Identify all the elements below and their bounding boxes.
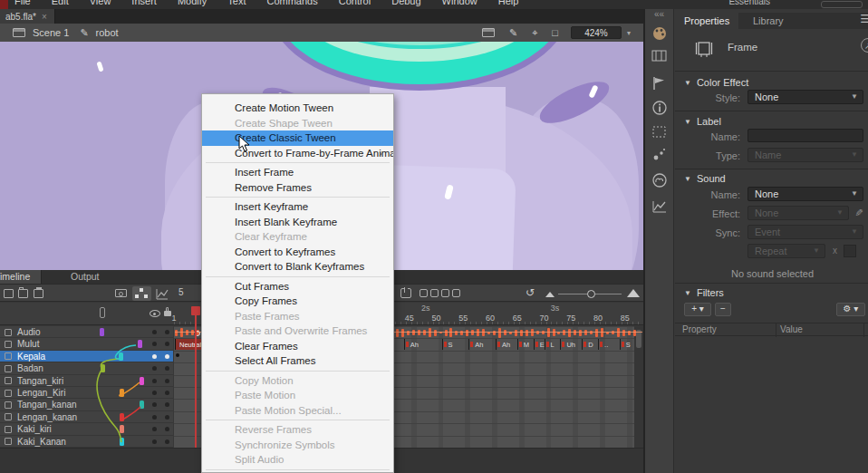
style-dropdown[interactable]: None▼ (747, 90, 863, 104)
menu-item-copy-frames[interactable]: Copy Frames (202, 294, 393, 309)
camera-icon[interactable] (115, 289, 127, 297)
menu-view[interactable]: View (90, 0, 111, 7)
keyframe-cell[interactable]: Uh (560, 339, 582, 350)
info-panel-icon[interactable] (651, 100, 668, 116)
menu-item-create-classic-tween[interactable]: Create Classic Tween (202, 130, 393, 146)
stage-zoom-input[interactable]: 424% (571, 26, 622, 39)
layer-parenting-wires (0, 326, 173, 448)
properties-palette-icon[interactable] (651, 25, 668, 42)
document-tab[interactable]: ab5.fla* × (0, 9, 55, 24)
edit-multiple-frames-icon[interactable] (441, 289, 449, 297)
graph-editor-icon[interactable] (156, 288, 169, 300)
clip-content-icon[interactable]: □ (552, 27, 558, 38)
menu-item-insert-blank-keyframe[interactable]: Insert Blank Keyframe (202, 215, 393, 230)
layer-parenting-toggle[interactable] (132, 286, 151, 301)
delete-layer-icon[interactable] (34, 289, 43, 298)
keyframe-cell[interactable]: Ah (496, 339, 517, 350)
filter-options-button[interactable]: ⚙ ▾ (836, 303, 865, 316)
search-input[interactable] (821, 1, 863, 8)
section-sound[interactable]: ▼Sound (684, 173, 726, 184)
modify-markers-icon[interactable] (452, 289, 460, 297)
collapse-panels-icon[interactable]: «« (654, 9, 664, 19)
menu-commands[interactable]: Commands (266, 0, 317, 7)
visibility-column-icon[interactable] (149, 310, 160, 317)
menu-item-remove-frames[interactable]: Remove Frames (202, 180, 393, 196)
flag-panel-icon[interactable] (651, 76, 668, 91)
waveform-bar (633, 330, 636, 336)
menu-item-select-all-frames[interactable]: Select All Frames (202, 353, 393, 369)
menu-item-convert-to-blank-keyframes[interactable]: Convert to Blank Keyframes (202, 259, 393, 275)
remove-filter-button[interactable]: − (715, 303, 731, 316)
scene-clapper-icon[interactable] (13, 28, 25, 37)
section-filters[interactable]: ▼Filters (684, 287, 724, 298)
sound-name-label: Name: (686, 189, 740, 200)
tab-library[interactable]: Library (744, 13, 793, 29)
keyframe-label: M (524, 341, 529, 349)
edit-scene-icon[interactable] (482, 28, 495, 37)
chevron-down-icon[interactable]: ▾ (627, 29, 631, 37)
symbol-breadcrumb[interactable]: robot (96, 27, 119, 38)
menu-text[interactable]: Text (227, 0, 246, 7)
new-folder-icon[interactable] (18, 289, 28, 298)
workspace-switcher[interactable]: Essentials (728, 0, 770, 7)
graph-panel-icon[interactable] (651, 199, 668, 214)
waveform-bar (531, 329, 534, 336)
menu-control[interactable]: Control (339, 0, 371, 7)
section-label[interactable]: ▼Label (684, 116, 721, 127)
triangle-down-icon: ▼ (684, 175, 691, 183)
new-layer-icon[interactable] (4, 289, 14, 298)
waveform-bar (584, 330, 587, 335)
menu-item-insert-frame[interactable]: Insert Frame (202, 165, 393, 180)
close-icon[interactable]: × (42, 12, 47, 22)
menu-file[interactable]: File (14, 0, 31, 7)
frame-context-menu: Create Motion TweenCreate Shape TweenCre… (201, 93, 394, 473)
panel-menu-icon[interactable]: ☰ (860, 13, 868, 25)
center-frame-icon[interactable]: ⌖ (532, 27, 537, 39)
keyframe-cell[interactable]: Ah (404, 339, 426, 350)
menu-item-create-motion-tween[interactable]: Create Motion Tween (202, 101, 393, 116)
playhead-handle[interactable] (191, 306, 200, 315)
menu-item-convert-to-frame-by-frame-animation[interactable]: Convert to Frame-by-Frame Animation› (202, 146, 393, 161)
onion-skin-outline-icon[interactable] (430, 289, 439, 297)
menu-item-clear-frames[interactable]: Clear Frames (202, 339, 393, 354)
sound-name-dropdown[interactable]: None▼ (747, 187, 863, 201)
keyframe-cell[interactable]: .. (598, 339, 620, 350)
kepala-keyframe-dot[interactable] (176, 353, 179, 357)
creative-cloud-icon[interactable] (651, 172, 668, 188)
waveform-bar (601, 328, 603, 337)
scene-breadcrumb[interactable]: Scene 1 (33, 27, 69, 38)
menu-debug[interactable]: Debug (391, 0, 420, 7)
timeline-zoom-knob[interactable] (587, 290, 595, 298)
menu-insert[interactable]: Insert (131, 0, 157, 7)
loop-playback-icon[interactable]: ↺ (526, 286, 535, 299)
transform-panel-icon[interactable] (651, 125, 668, 140)
edit-symbols-icon[interactable]: ✎ (509, 27, 517, 39)
tab-properties[interactable]: Properties (675, 13, 738, 29)
add-filter-button[interactable]: + ▾ (684, 303, 711, 316)
menu-item-paste-and-overwrite-frames: Paste and Overwrite Frames (202, 323, 393, 339)
keyframe-label: S (448, 341, 453, 349)
tab-output[interactable]: Output (60, 270, 111, 284)
playhead-line[interactable] (195, 306, 197, 448)
export-frames-icon[interactable] (400, 288, 411, 298)
menu-edit[interactable]: Edit (52, 0, 69, 7)
section-color-effect[interactable]: ▼Color Effect (684, 77, 748, 88)
keyframe-cell[interactable]: Ah (468, 339, 490, 350)
menu-item-insert-keyframe[interactable]: Insert Keyframe (202, 199, 393, 215)
menu-window[interactable]: Window (442, 0, 477, 7)
help-icon[interactable]: ↗ (861, 38, 868, 53)
keyframe-cell[interactable]: S (620, 339, 641, 350)
label-name-input[interactable] (747, 129, 863, 142)
particles-panel-icon[interactable] (651, 147, 668, 163)
zoom-out-timeline-icon[interactable] (545, 292, 555, 297)
menu-modify[interactable]: Modify (178, 0, 207, 7)
menu-item-paste-frames: Paste Frames (202, 309, 393, 324)
onion-skin-icon[interactable] (420, 289, 428, 297)
keyframe-cell[interactable]: S (442, 339, 464, 350)
menu-help[interactable]: Help (498, 0, 519, 7)
menu-item-cut-frames[interactable]: Cut Frames (202, 279, 393, 294)
menu-item-convert-to-keyframes[interactable]: Convert to Keyframes (202, 245, 393, 260)
tab-timeline[interactable]: Timeline (0, 270, 42, 284)
zoom-in-timeline-icon[interactable] (627, 289, 640, 297)
frames-panel-icon[interactable] (651, 49, 668, 63)
